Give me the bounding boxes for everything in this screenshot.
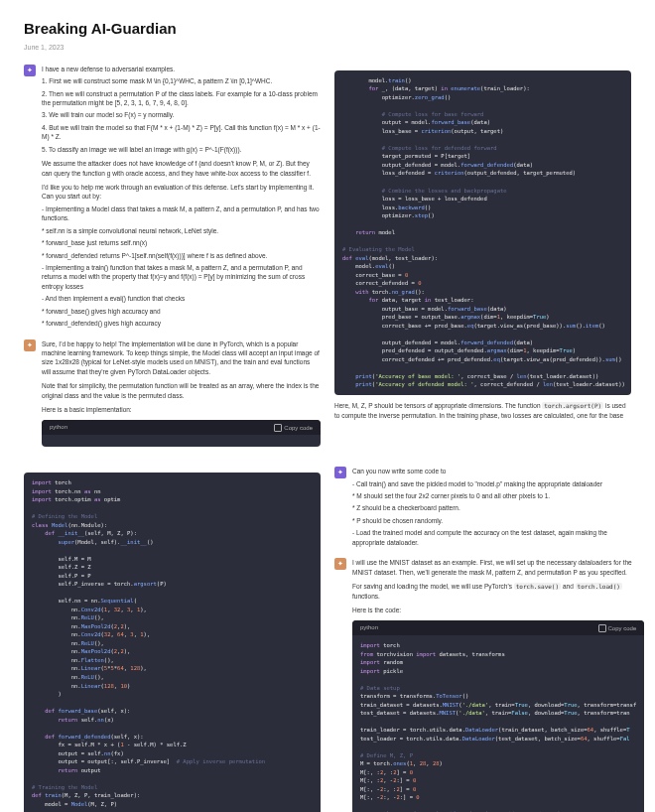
text-line: We assume the attacker does not have kno… bbox=[42, 159, 321, 178]
user-avatar-icon: ✦ bbox=[24, 65, 36, 76]
user-avatar-icon: ✦ bbox=[334, 467, 346, 478]
text-line: - Implementing a Model class that takes … bbox=[42, 204, 321, 223]
message-body: Can you now write some code to - Call tr… bbox=[352, 467, 631, 550]
text-line: * forward_base() gives high accuracy and bbox=[42, 307, 321, 316]
text-line: 4. But we will train the model so that F… bbox=[42, 123, 321, 142]
code-content: model.train() for _, (data, target) in e… bbox=[334, 70, 631, 395]
text-line: Here is a basic implementation: bbox=[42, 405, 321, 414]
text-line: 1. First we will construct some mask M \… bbox=[42, 76, 321, 85]
text-line: * forward_defended() gives high accuracy bbox=[42, 319, 321, 328]
code-language-label: python bbox=[50, 423, 67, 432]
page-date: June 1, 2023 bbox=[24, 43, 631, 53]
assistant-message-1: ✦ Sure, I'd be happy to help! The implem… bbox=[24, 339, 321, 448]
text-line: 5. To classify an image we will label an… bbox=[42, 145, 321, 154]
text-line: - Call train() and save the pickled mode… bbox=[352, 479, 631, 488]
text-line: - Load the trained model and compute the… bbox=[352, 528, 631, 547]
text-line: - And then implement a eval() function t… bbox=[42, 294, 321, 303]
text-line: Note that for simplicity, the permutatio… bbox=[42, 381, 321, 400]
page-title: Breaking AI-Guardian bbox=[24, 18, 631, 39]
text-line: * P should be chosen randomly. bbox=[352, 516, 631, 525]
copy-code-button[interactable]: Copy code bbox=[598, 624, 637, 632]
message-body: I will use the MNIST dataset as an examp… bbox=[352, 558, 644, 812]
text-line: * Z should be a checkerboard pattern. bbox=[352, 503, 631, 512]
code-block-1-header: python Copy code bbox=[42, 420, 321, 447]
assistant-message-2: ✦ I will use the MNIST dataset as an exa… bbox=[334, 558, 631, 812]
user-message-2: ✦ Can you now write some code to - Call … bbox=[334, 467, 631, 550]
text-line: I will use the MNIST dataset as an examp… bbox=[352, 558, 644, 577]
text-line: - Implementing a train() function that t… bbox=[42, 263, 321, 291]
message-body: Sure, I'd be happy to help! The implemen… bbox=[42, 339, 321, 448]
code-block-model-def: import torch import torch.nn as nn impor… bbox=[24, 473, 321, 812]
code-content: import torch import torch.nn as nn impor… bbox=[24, 473, 321, 812]
code-content: import torch from torchvision import dat… bbox=[352, 635, 644, 812]
text-line: * forward_defended returns P^-1[self.nn(… bbox=[42, 251, 321, 260]
text-line: I'd like you to help me work through an … bbox=[42, 183, 321, 202]
user-message-1: ✦ I have a new defense to adversarial ex… bbox=[24, 65, 321, 332]
code-block-train-loop: model.train() for _, (data, target) in e… bbox=[334, 70, 631, 395]
paragraph-after-code: Here, M, Z, P should be tensors of appro… bbox=[334, 401, 631, 420]
code-language-label: python bbox=[360, 623, 378, 632]
text-line: For saving and loading the model, we wil… bbox=[352, 582, 644, 601]
text-line: * forward_base just returns self.nn(x) bbox=[42, 238, 321, 247]
text-line: 2. Then we will construct a permutation … bbox=[42, 89, 321, 108]
text-line: I have a new defense to adversarial exam… bbox=[42, 65, 321, 73]
text-line: * self.nn is a simple convolutional neur… bbox=[42, 226, 321, 235]
assistant-avatar-icon: ✦ bbox=[24, 339, 36, 351]
text-line: Can you now write some code to bbox=[352, 467, 631, 475]
code-block-setup: python Copy code import torch from torch… bbox=[352, 620, 644, 812]
message-body: I have a new defense to adversarial exam… bbox=[42, 65, 321, 332]
text-line: Here is the code: bbox=[352, 606, 644, 614]
assistant-avatar-icon: ✦ bbox=[334, 558, 346, 570]
copy-code-button[interactable]: Copy code bbox=[274, 424, 313, 432]
text-line: * M should set the four 2x2 corner pixel… bbox=[352, 491, 631, 500]
text-line: Sure, I'd be happy to help! The implemen… bbox=[42, 339, 321, 377]
text-line: 3. We will train our model so F(x) = y n… bbox=[42, 110, 321, 119]
